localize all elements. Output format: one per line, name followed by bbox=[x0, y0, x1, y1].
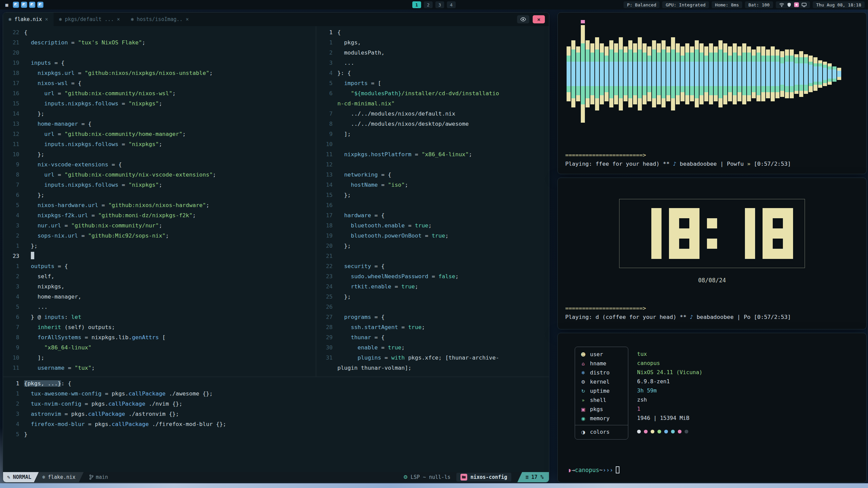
fetch-row: ⌂hname bbox=[575, 359, 628, 368]
fetch-label: hname bbox=[590, 360, 606, 367]
lsp-label: LSP ~ null-ls bbox=[411, 474, 450, 480]
display-icon[interactable] bbox=[802, 3, 807, 7]
editor-pane-isoimage[interactable]: 1{1 pkgs,2 modulesPath,3 ...4}: {5 impor… bbox=[316, 26, 549, 377]
line-number: 5 bbox=[3, 302, 24, 312]
code-line: 15 }; bbox=[316, 190, 549, 200]
code-line: 13 networking = { bbox=[316, 170, 549, 180]
code-line: 10 }; bbox=[3, 149, 316, 160]
code-text bbox=[337, 200, 549, 210]
music-visualizer-window[interactable]: =======================> Playing: ffee f… bbox=[557, 12, 867, 174]
code-line: 3 nur.url = "github:nix-community/nur"; bbox=[3, 221, 316, 231]
tab-close-icon[interactable]: × bbox=[117, 16, 120, 22]
tag-button[interactable]: 3 bbox=[435, 1, 444, 8]
code-text: enable = true; bbox=[337, 343, 549, 353]
file-segment: ❄ flake.nix bbox=[35, 472, 83, 482]
code-text: description = "tux's NixOS Flake"; bbox=[24, 38, 316, 48]
nix-flake-icon: ❄ bbox=[8, 17, 11, 22]
shield-icon[interactable] bbox=[787, 2, 791, 7]
color-dot bbox=[664, 430, 668, 433]
editor-pane-flake[interactable]: 22{21 description = "tux's NixOS Flake";… bbox=[3, 26, 316, 377]
cursor-block bbox=[31, 252, 34, 259]
editor-tab[interactable]: ❄pkgs/default ...× bbox=[54, 13, 125, 26]
code-line: 1{pkgs, ...}: { bbox=[3, 379, 549, 389]
line-number: 3 bbox=[3, 409, 24, 419]
code-text: programs = { bbox=[337, 312, 549, 322]
code-line: 29 thunar = { bbox=[316, 332, 549, 343]
code-text: rtkit.enable = true; bbox=[337, 282, 549, 292]
app-icon[interactable] bbox=[21, 2, 27, 8]
shell-icon: » bbox=[580, 398, 587, 403]
code-text: hostName = "iso"; bbox=[337, 180, 549, 190]
code-line: 11 username = "tux"; bbox=[3, 363, 316, 373]
visualizer-bar bbox=[605, 46, 609, 101]
shell-prompt[interactable]: ◗ → canopus ~ ››› bbox=[568, 466, 856, 473]
editor-pane-pkgs-default[interactable]: 1{pkgs, ...}: {1 tux-awesome-wm-config =… bbox=[3, 377, 549, 472]
mode-segment: ✎ NORMAL bbox=[3, 472, 39, 482]
color-picker-icon[interactable] bbox=[794, 2, 799, 7]
system-fetch: ☻user⌂hname❄distro⚙kernel↻uptime»shell▣p… bbox=[575, 347, 856, 440]
visualizer-bar bbox=[775, 49, 780, 98]
terminal-cursor bbox=[616, 466, 619, 473]
code-text: nixpkgs, bbox=[24, 282, 316, 292]
code-line: 1 tux-awesome-wm-config = pkgs.callPacka… bbox=[3, 389, 549, 399]
line-number: 5 bbox=[3, 429, 24, 440]
code-text: home-manager = { bbox=[24, 119, 316, 129]
code-line: 7 inputs.nixpkgs.follows = "nixpkgs"; bbox=[3, 180, 316, 190]
code-line: 9 "x86_64-linux" bbox=[3, 343, 316, 353]
app-icon[interactable] bbox=[29, 2, 35, 8]
code-text: tux-nvim-config = pkgs.callPackage ./nvi… bbox=[24, 399, 549, 409]
code-line: 18 nixpkgs.url = "github:nixos/nixpkgs/n… bbox=[3, 68, 316, 78]
code-text: self, bbox=[24, 271, 316, 282]
app-icon[interactable] bbox=[37, 2, 43, 8]
code-line: 4 nixpkgs-f2k.url = "github:moni-dz/nixp… bbox=[3, 210, 316, 221]
visualizer-bar bbox=[638, 37, 642, 110]
editor-tab[interactable]: ❄hosts/isoImag..× bbox=[125, 13, 194, 26]
tab-close-icon[interactable]: × bbox=[186, 16, 189, 22]
code-line: 11 nixpkgs.hostPlatform = "x86_64-linux"… bbox=[316, 149, 549, 160]
fetch-row: ❄distro bbox=[575, 368, 628, 377]
tty-clock-window[interactable]: 08/08/24 =======================> Playin… bbox=[557, 178, 867, 329]
tag-button[interactable]: 4 bbox=[447, 1, 456, 8]
code-text: inputs = { bbox=[24, 58, 316, 68]
line-number: 12 bbox=[3, 129, 24, 139]
visualizer-bar bbox=[747, 46, 751, 101]
status-chip: Bat: 100 bbox=[745, 1, 773, 8]
app-icon[interactable] bbox=[13, 2, 19, 8]
neovim-window[interactable]: ❄flake.nix×❄pkgs/default ...×❄hosts/isoI… bbox=[3, 12, 549, 483]
tag-button[interactable]: 2 bbox=[424, 1, 433, 8]
color-dot bbox=[657, 430, 661, 433]
line-number: 20 bbox=[316, 241, 337, 251]
visualizer-bar bbox=[680, 46, 685, 101]
line-number: 1 bbox=[3, 241, 24, 251]
code-line: 3 nixpkgs, bbox=[3, 282, 316, 292]
code-line: 17 nixos-wsl = { bbox=[3, 78, 316, 88]
tab-close-icon[interactable]: × bbox=[45, 16, 48, 22]
line-number: 19 bbox=[3, 58, 24, 68]
visualizer-bar bbox=[723, 43, 727, 104]
fetch-row: ↻uptime bbox=[575, 386, 628, 395]
code-text: sudo.wheelNeedsPassword = false; bbox=[337, 271, 549, 282]
code-text: ssh.startAgent = true; bbox=[337, 322, 549, 332]
line-number: 25 bbox=[316, 292, 337, 302]
code-text: ]; bbox=[337, 129, 549, 139]
line-number: 16 bbox=[3, 88, 24, 99]
code-text: username = "tux"; bbox=[24, 363, 316, 373]
launcher-grid-icon[interactable]: ▦ bbox=[3, 1, 10, 8]
line-number: 14 bbox=[316, 180, 337, 190]
fetch-label: memory bbox=[590, 415, 610, 422]
visualizer-bar bbox=[828, 63, 832, 85]
panel-toggle-button[interactable] bbox=[517, 15, 529, 23]
line-number: 9 bbox=[3, 160, 24, 170]
code-text: { bbox=[24, 27, 316, 38]
line-number: 8 bbox=[3, 332, 24, 343]
fetch-row: ⚙kernel bbox=[575, 377, 628, 386]
visualizer-bar bbox=[586, 40, 590, 107]
visualizer-bar bbox=[567, 46, 571, 101]
line-number: 29 bbox=[316, 332, 337, 343]
close-window-button[interactable]: × bbox=[533, 15, 545, 23]
wifi-icon[interactable] bbox=[779, 3, 784, 7]
tag-button[interactable]: 1 bbox=[412, 1, 421, 8]
code-text: "${modulesPath}/installer/cd-dvd/install… bbox=[337, 88, 549, 99]
editor-tab[interactable]: ❄flake.nix× bbox=[3, 13, 54, 26]
fetch-terminal-window[interactable]: ☻user⌂hname❄distro⚙kernel↻uptime»shell▣p… bbox=[557, 333, 867, 483]
